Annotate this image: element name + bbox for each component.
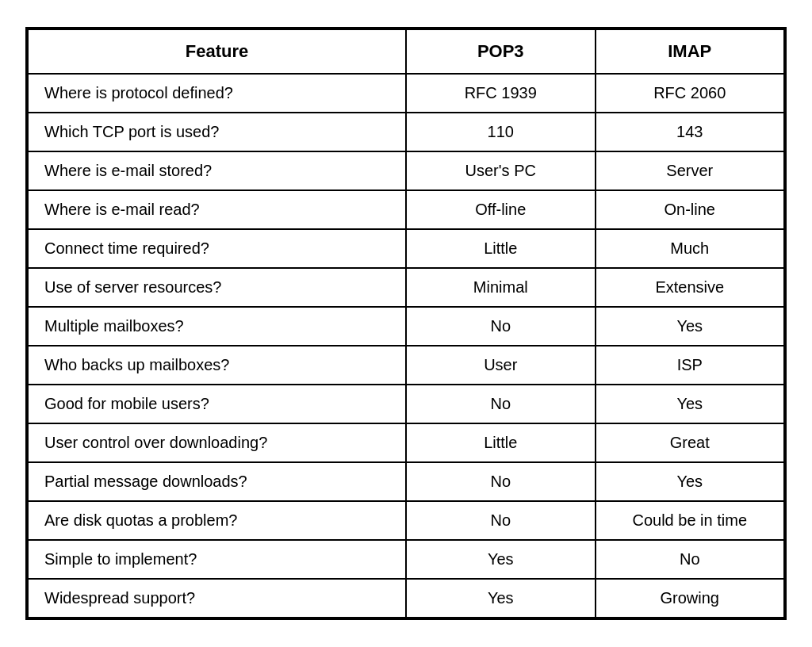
header-feature: Feature	[28, 29, 406, 74]
cell-feature: Good for mobile users?	[28, 385, 406, 423]
table-row: Partial message downloads?NoYes	[28, 462, 784, 501]
cell-feature: Simple to implement?	[28, 540, 406, 579]
table-row: Connect time required?LittleMuch	[28, 229, 784, 268]
table-row: Who backs up mailboxes?UserISP	[28, 346, 784, 385]
cell-pop3: User	[406, 346, 596, 385]
cell-feature: Use of server resources?	[28, 268, 406, 307]
cell-feature: Multiple mailboxes?	[28, 307, 406, 346]
table-row: Multiple mailboxes?NoYes	[28, 307, 784, 346]
table-row: Are disk quotas a problem?NoCould be in …	[28, 501, 784, 540]
table-row: Where is e-mail stored?User's PCServer	[28, 151, 784, 190]
table-row: Good for mobile users?NoYes	[28, 385, 784, 423]
header-pop3: POP3	[406, 29, 596, 74]
cell-imap: Extensive	[596, 268, 785, 307]
cell-pop3: Minimal	[406, 268, 596, 307]
cell-imap: Yes	[596, 385, 785, 423]
cell-imap: Growing	[596, 579, 785, 618]
cell-imap: Great	[596, 423, 785, 462]
cell-feature: Where is e-mail read?	[28, 190, 406, 229]
cell-imap: ISP	[596, 346, 785, 385]
table-row: Where is protocol defined?RFC 1939RFC 20…	[28, 74, 784, 113]
cell-imap: Could be in time	[596, 501, 785, 540]
cell-imap: Yes	[596, 307, 785, 346]
table-row: Use of server resources?MinimalExtensive	[28, 268, 784, 307]
cell-pop3: 110	[406, 113, 596, 151]
header-imap: IMAP	[596, 29, 785, 74]
cell-feature: Where is e-mail stored?	[28, 151, 406, 190]
cell-feature: Connect time required?	[28, 229, 406, 268]
cell-imap: RFC 2060	[596, 74, 785, 113]
cell-pop3: No	[406, 501, 596, 540]
cell-feature: Who backs up mailboxes?	[28, 346, 406, 385]
cell-feature: User control over downloading?	[28, 423, 406, 462]
cell-imap: On-line	[596, 190, 785, 229]
table-row: User control over downloading?LittleGrea…	[28, 423, 784, 462]
table-row: Where is e-mail read?Off-lineOn-line	[28, 190, 784, 229]
cell-pop3: Off-line	[406, 190, 596, 229]
table-row: Which TCP port is used?110143	[28, 113, 784, 151]
cell-pop3: Yes	[406, 540, 596, 579]
cell-pop3: User's PC	[406, 151, 596, 190]
table-header-row: Feature POP3 IMAP	[28, 29, 784, 74]
cell-imap: Much	[596, 229, 785, 268]
cell-pop3: No	[406, 307, 596, 346]
cell-imap: No	[596, 540, 785, 579]
cell-imap: Yes	[596, 462, 785, 501]
feature-comparison-table: Feature POP3 IMAP Where is protocol defi…	[27, 29, 785, 618]
cell-pop3: No	[406, 462, 596, 501]
comparison-table-container: Feature POP3 IMAP Where is protocol defi…	[25, 27, 787, 620]
cell-pop3: No	[406, 385, 596, 423]
cell-pop3: Little	[406, 423, 596, 462]
table-row: Simple to implement?YesNo	[28, 540, 784, 579]
cell-imap: Server	[596, 151, 785, 190]
cell-feature: Which TCP port is used?	[28, 113, 406, 151]
cell-imap: 143	[596, 113, 785, 151]
cell-feature: Where is protocol defined?	[28, 74, 406, 113]
cell-feature: Partial message downloads?	[28, 462, 406, 501]
cell-feature: Are disk quotas a problem?	[28, 501, 406, 540]
cell-pop3: RFC 1939	[406, 74, 596, 113]
cell-pop3: Yes	[406, 579, 596, 618]
cell-pop3: Little	[406, 229, 596, 268]
cell-feature: Widespread support?	[28, 579, 406, 618]
table-row: Widespread support?YesGrowing	[28, 579, 784, 618]
